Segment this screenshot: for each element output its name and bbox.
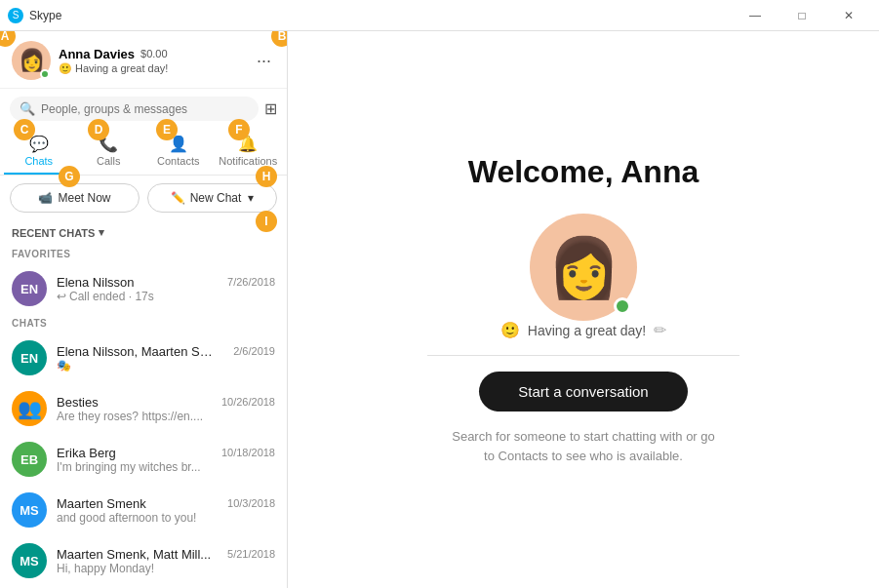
- besties-preview: Are they roses? https://en....: [57, 410, 275, 423]
- edit-icon: ✏️: [171, 191, 185, 205]
- maarten-name-row: Maarten Smenk 10/3/2018: [57, 496, 275, 511]
- dropdown-chevron-icon: ▾: [248, 191, 254, 205]
- new-chat-label: New Chat: [190, 191, 242, 205]
- online-status-dot: [40, 69, 50, 79]
- erika-info: Erika Berg 10/18/2018 I'm bringing my wi…: [57, 446, 275, 474]
- main-layout: A 👩 Anna Davies $0.00 🙂 Having a great d…: [0, 31, 879, 588]
- edit-status-icon[interactable]: ✏: [654, 321, 666, 339]
- erika-name: Erika Berg: [57, 446, 116, 460]
- maarten-preview: and good afternoon to you!: [57, 511, 275, 525]
- window-controls: — □ ✕: [733, 0, 871, 31]
- nav-tabs: C 💬 Chats D 📞 Calls E 👤 Contacts F 🔔 Not…: [0, 129, 287, 176]
- grid-icon[interactable]: ⊞: [264, 99, 277, 118]
- elena-maarten-name: Elena Nilsson, Maarten Sm...: [57, 344, 213, 359]
- meet-now-label: Meet Now: [58, 191, 110, 205]
- maarten-matt-date: 5/21/2018: [227, 548, 275, 560]
- besties-avatar: 👥: [12, 391, 47, 426]
- tab-calls[interactable]: 📞 Calls: [74, 129, 144, 175]
- chat-item-maarten[interactable]: MS Maarten Smenk 10/3/2018 and good afte…: [0, 485, 287, 535]
- maarten-avatar: MS: [12, 492, 47, 528]
- maarten-matt-name: Maarten Smenk, Matt Mill...: [57, 547, 211, 562]
- start-conversation-button[interactable]: Start a conversation: [479, 372, 687, 412]
- recent-chats-header: I RECENT CHATS ▾: [0, 220, 287, 245]
- avatar-container: 👩: [12, 41, 51, 80]
- badge-g: G: [59, 166, 80, 187]
- main-content: Welcome, Anna 👩 🙂 Having a great day! ✏ …: [288, 31, 879, 588]
- profile-status: 🙂 Having a great day!: [59, 62, 245, 75]
- user-online-dot: [614, 297, 631, 315]
- elena-name-row: Elena Nilsson 7/26/2018: [57, 275, 275, 290]
- badge-e: E: [156, 119, 178, 140]
- elena-preview: ↩ Call ended · 17s: [57, 290, 275, 303]
- tab-chats-label: Chats: [24, 155, 53, 167]
- erika-preview: I'm bringing my witches br...: [57, 460, 275, 474]
- elena-name: Elena Nilsson: [57, 275, 135, 290]
- erika-name-row: Erika Berg 10/18/2018: [57, 446, 275, 460]
- badge-f: F: [228, 119, 250, 140]
- favorites-label: FAVORITES: [0, 245, 287, 263]
- elena-date: 7/26/2018: [227, 276, 275, 288]
- profile-header: A 👩 Anna Davies $0.00 🙂 Having a great d…: [0, 31, 287, 89]
- status-row: 🙂 Having a great day! ✏: [427, 321, 739, 356]
- close-button[interactable]: ✕: [826, 0, 871, 31]
- tab-contacts-label: Contacts: [157, 155, 199, 167]
- erika-avatar: EB: [12, 442, 47, 477]
- elena-maarten-avatar: EN: [12, 340, 47, 375]
- maarten-matt-name-row: Maarten Smenk, Matt Mill... 5/21/2018: [57, 547, 275, 562]
- maarten-matt-preview: Hi, happy Monday!: [57, 562, 275, 575]
- maarten-matt-info: Maarten Smenk, Matt Mill... 5/21/2018 Hi…: [57, 547, 275, 575]
- erika-date: 10/18/2018: [221, 447, 275, 458]
- tab-calls-label: Calls: [97, 155, 120, 167]
- welcome-title: Welcome, Anna: [468, 154, 699, 190]
- chat-list: FAVORITES EN Elena Nilsson 7/26/2018 ↩ C…: [0, 245, 287, 588]
- welcome-status-text: Having a great day!: [528, 323, 646, 338]
- search-input[interactable]: [41, 102, 249, 116]
- user-photo: 👩: [530, 214, 637, 321]
- search-icon: 🔍: [20, 101, 35, 116]
- chat-item-erika[interactable]: EB Erika Berg 10/18/2018 I'm bringing my…: [0, 434, 287, 485]
- elena-maarten-name-row: Elena Nilsson, Maarten Sm... 2/6/2019: [57, 344, 275, 359]
- profile-balance: $0.00: [140, 48, 168, 59]
- elena-maarten-info: Elena Nilsson, Maarten Sm... 2/6/2019 🎭: [57, 344, 275, 372]
- chevron-down-icon: ▾: [99, 226, 104, 239]
- titlebar-left: S Skype: [8, 8, 61, 23]
- badge-i: I: [256, 211, 277, 232]
- besties-name-row: Besties 10/26/2018: [57, 395, 275, 410]
- minimize-button[interactable]: —: [733, 0, 778, 31]
- more-options-icon[interactable]: ···: [253, 47, 275, 75]
- skype-logo-icon: S: [8, 8, 23, 23]
- profile-info: Anna Davies $0.00 🙂 Having a great day!: [59, 47, 245, 75]
- video-icon: 📹: [38, 191, 53, 205]
- badge-h: H: [256, 166, 277, 187]
- elena-maarten-date: 2/6/2019: [233, 345, 275, 357]
- maximize-button[interactable]: □: [779, 0, 824, 31]
- tab-contacts[interactable]: 👤 Contacts: [143, 129, 214, 175]
- sidebar: A 👩 Anna Davies $0.00 🙂 Having a great d…: [0, 31, 288, 588]
- elena-chat-info: Elena Nilsson 7/26/2018 ↩ Call ended · 1…: [57, 275, 275, 303]
- elena-avatar: EN: [12, 271, 47, 306]
- favorite-item-elena[interactable]: EN Elena Nilsson 7/26/2018 ↩ Call ended …: [0, 263, 287, 314]
- maarten-info: Maarten Smenk 10/3/2018 and good afterno…: [57, 496, 275, 525]
- chat-item-elena-maarten[interactable]: EN Elena Nilsson, Maarten Sm... 2/6/2019…: [0, 333, 287, 383]
- status-text: Having a great day!: [75, 62, 168, 74]
- badge-c: C: [14, 119, 35, 140]
- badge-d: D: [88, 119, 109, 140]
- besties-name: Besties: [57, 395, 99, 410]
- maarten-matt-avatar: MS: [12, 543, 47, 578]
- new-chat-button[interactable]: ✏️ New Chat ▾: [147, 183, 277, 213]
- recent-chats-label: RECENT CHATS: [12, 227, 95, 239]
- elena-maarten-preview: 🎭: [57, 359, 275, 372]
- chat-item-besties[interactable]: 👥 Besties 10/26/2018 Are they roses? htt…: [0, 383, 287, 434]
- search-input-wrap: 🔍: [10, 97, 259, 121]
- chats-section-label: CHATS: [0, 314, 287, 333]
- chat-item-maarten-matt[interactable]: MS Maarten Smenk, Matt Mill... 5/21/2018…: [0, 535, 287, 586]
- app-title: Skype: [29, 9, 61, 22]
- welcome-status-emoji: 🙂: [500, 321, 520, 339]
- welcome-description: Search for someone to start chatting wit…: [447, 427, 720, 465]
- profile-name: Anna Davies: [59, 47, 135, 61]
- status-emoji: 🙂: [59, 62, 72, 75]
- meet-now-button[interactable]: 📹 Meet Now: [10, 183, 140, 213]
- action-buttons: G 📹 Meet Now H ✏️ New Chat ▾: [0, 176, 287, 220]
- badge-b: B: [271, 31, 288, 47]
- besties-date: 10/26/2018: [221, 396, 275, 408]
